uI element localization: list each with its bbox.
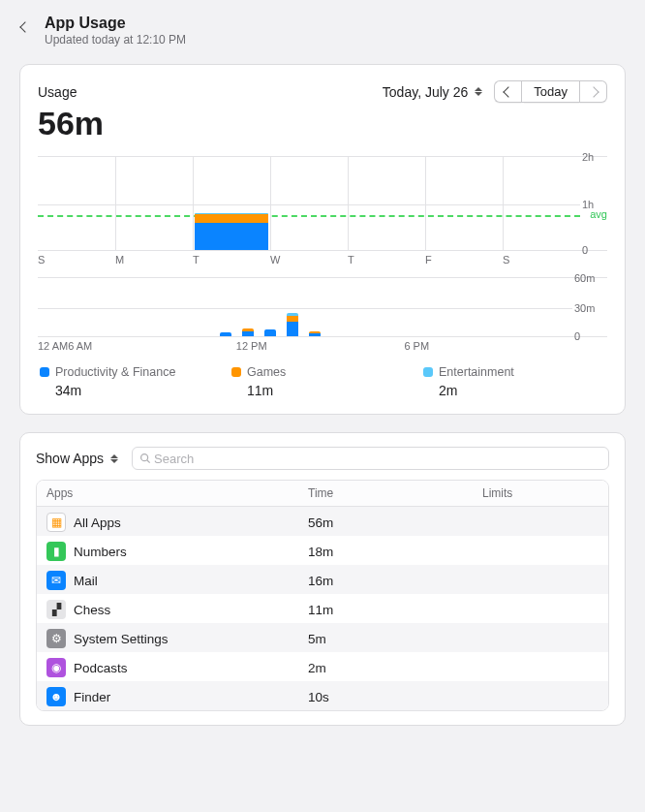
app-name: Numbers [74,545,127,559]
table-row[interactable]: ▞Chess11m [37,594,608,623]
legend-swatch [423,367,433,377]
app-time: 5m [308,632,482,646]
usage-total: 56m [38,105,607,142]
usage-label: Usage [38,84,77,100]
app-icon: ▦ [46,513,66,532]
app-icon: ◉ [46,658,66,677]
legend-name: Entertainment [439,365,514,379]
hourly-ytick: 0 [574,330,607,342]
back-button[interactable] [19,17,31,37]
legend-value: 11m [231,383,377,398]
table-row[interactable]: ✉Mail16m [37,565,608,594]
next-day-button[interactable] [580,80,607,103]
legend: Productivity & Finance34mGames11mEnterta… [38,365,607,398]
page-subtitle: Updated today at 12:10 PM [45,33,186,47]
app-icon: ▞ [46,600,66,619]
legend-swatch [231,367,241,377]
show-apps-dropdown[interactable]: Show Apps [36,451,118,466]
app-name: Chess [74,603,110,617]
hourly-ytick: 30m [574,302,607,314]
app-icon: ▮ [46,542,66,561]
stepper-icon [475,87,482,96]
legend-item: Entertainment [423,365,568,379]
table-row[interactable]: ☻Finder10s [37,681,608,710]
app-time: 11m [308,603,482,617]
hourly-xaxis: 12 AM6 AM12 PM6 PM [38,340,572,352]
prev-day-button[interactable] [494,80,521,103]
table-row[interactable]: ▮Numbers18m [37,536,608,565]
app-time: 2m [308,661,482,675]
weekly-ytick: 0 [582,244,607,256]
col-limits[interactable]: Limits [482,486,599,500]
date-picker[interactable]: Today, July 26 [383,84,482,100]
page-title: App Usage [45,14,186,32]
hourly-ytick: 60m [574,272,607,284]
app-time: 16m [308,574,482,588]
app-time: 10s [308,690,482,704]
avg-label: avg [590,208,607,220]
date-label: Today, July 26 [383,84,468,100]
legend-name: Games [247,365,286,379]
apps-card: Show Apps Apps Time Limits ▦All Apps56m▮… [19,432,626,726]
legend-item: Productivity & Finance [40,365,185,379]
table-row[interactable]: ◉Podcasts2m [37,652,608,681]
app-time: 56m [308,515,482,530]
app-icon: ⚙ [46,629,66,648]
app-name: Podcasts [74,661,128,675]
usage-card: Usage Today, July 26 Today 56m 2h [19,64,626,415]
app-icon: ☻ [46,687,66,706]
app-name: All Apps [74,515,121,530]
hourly-chart: 60m 30m 0 [38,277,607,337]
app-time: 18m [308,545,482,559]
app-name: Finder [74,690,110,704]
weekly-chart: 2h 1h 0 avg [38,156,607,251]
table-row[interactable]: ▦All Apps56m [37,507,608,536]
legend-swatch [40,367,49,377]
show-apps-label: Show Apps [36,451,104,466]
app-name: Mail [74,574,98,588]
app-table: Apps Time Limits ▦All Apps56m▮Numbers18m… [36,480,609,711]
legend-value: 2m [423,383,568,398]
today-button[interactable]: Today [521,80,580,103]
weekly-xaxis: SMTWTFS [38,254,580,265]
svg-line-1 [147,460,150,463]
legend-name: Productivity & Finance [55,365,175,379]
app-name: System Settings [74,632,169,646]
svg-point-0 [141,454,148,461]
search-box[interactable] [132,447,609,470]
search-input[interactable] [152,451,602,467]
col-time[interactable]: Time [308,486,482,500]
col-apps[interactable]: Apps [46,486,308,500]
table-row[interactable]: ⚙System Settings5m [37,623,608,652]
stepper-icon [110,454,118,463]
weekly-ytick: 2h [582,151,607,163]
app-icon: ✉ [46,571,66,590]
search-icon [138,452,152,465]
legend-value: 34m [40,383,185,398]
legend-item: Games [231,365,377,379]
